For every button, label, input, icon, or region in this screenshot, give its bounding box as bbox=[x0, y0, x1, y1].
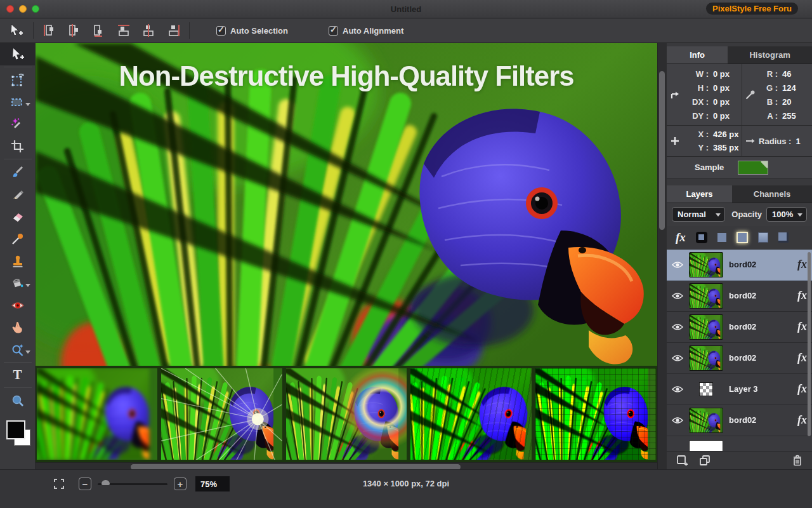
blend-mode-dropdown[interactable]: Normal bbox=[672, 207, 725, 222]
zoom-slider-thumb[interactable] bbox=[102, 480, 110, 485]
tool-zoom[interactable] bbox=[0, 389, 35, 411]
layer-visibility-eye-icon[interactable] bbox=[672, 417, 683, 424]
layer-visibility-eye-icon[interactable] bbox=[672, 292, 683, 300]
layer-name: bord02 bbox=[729, 322, 756, 331]
layer-thumbnail bbox=[689, 314, 723, 340]
layer-visibility-eye-icon[interactable] bbox=[672, 385, 683, 393]
layers-tabbar: Layers Channels bbox=[667, 185, 812, 203]
tool-paint-bucket[interactable] bbox=[0, 272, 35, 294]
canvas-vertical-scrollbar[interactable] bbox=[657, 43, 667, 469]
layer-row[interactable]: bord02 fx bbox=[667, 250, 812, 281]
delete-layer-trash-button[interactable] bbox=[792, 454, 803, 467]
layer-option-4-button[interactable] bbox=[758, 232, 768, 243]
tool-eraser[interactable] bbox=[0, 205, 35, 227]
blend-mode-value: Normal bbox=[678, 210, 706, 219]
vertical-scroll-thumb[interactable] bbox=[659, 71, 665, 230]
checkbox-checked-icon bbox=[216, 26, 226, 36]
tool-brush[interactable] bbox=[0, 161, 35, 183]
radius-arrow-icon bbox=[742, 135, 759, 147]
zoom-level-field[interactable]: 75% bbox=[195, 476, 230, 491]
fit-to-screen-button[interactable] bbox=[53, 478, 65, 490]
crop-tool-icon bbox=[10, 139, 25, 154]
layer-fx-badge[interactable]: fx bbox=[797, 258, 807, 271]
tool-transform[interactable] bbox=[0, 69, 35, 91]
duplicate-layer-button[interactable] bbox=[698, 454, 711, 467]
zoom-in-button[interactable]: + bbox=[174, 478, 187, 490]
tool-move[interactable] bbox=[0, 43, 35, 65]
layer-row[interactable] bbox=[667, 436, 812, 451]
layer-option-5-button[interactable] bbox=[778, 232, 789, 243]
layer-visibility-eye-icon[interactable] bbox=[672, 323, 683, 331]
filter-thumb-pixelate[interactable] bbox=[535, 368, 656, 460]
align-center-horizontal-button[interactable] bbox=[67, 23, 81, 37]
toolbar-separator bbox=[33, 22, 34, 39]
layer-row[interactable]: bord02 fx bbox=[667, 343, 812, 374]
layer-fx-badge[interactable]: fx bbox=[797, 413, 807, 427]
smudge-finger-icon bbox=[10, 320, 25, 335]
plus-crosshair-icon bbox=[667, 136, 683, 146]
layer-thumbnail bbox=[689, 440, 723, 451]
align-top-button[interactable] bbox=[117, 23, 131, 37]
layer-option-2-button[interactable] bbox=[717, 233, 726, 242]
tool-clone-stamp[interactable] bbox=[0, 250, 35, 272]
w-label: W : bbox=[683, 69, 709, 79]
tool-rect-select[interactable] bbox=[0, 91, 35, 113]
align-right-button[interactable] bbox=[92, 23, 106, 37]
color-swatches[interactable] bbox=[5, 420, 30, 448]
pixelstyle-promo-badge[interactable]: PixelStyle Free Foru bbox=[706, 3, 798, 15]
info-metrics-section: W :0 px H :0 px DX :0 px DY :0 px R :46 … bbox=[667, 64, 812, 126]
layer-thumbnail bbox=[689, 252, 723, 277]
tool-eyedropper[interactable] bbox=[0, 227, 35, 250]
layer-option-3-button[interactable] bbox=[737, 232, 748, 243]
tool-crop[interactable] bbox=[0, 135, 35, 157]
align-left-button[interactable] bbox=[43, 23, 56, 37]
layer-fx-badge[interactable]: fx bbox=[797, 320, 807, 333]
new-layer-button[interactable] bbox=[676, 454, 688, 467]
layer-option-1-button[interactable] bbox=[696, 232, 707, 243]
layer-name: bord02 bbox=[729, 291, 756, 300]
filter-thumb-wave-distort[interactable] bbox=[410, 368, 531, 460]
align-bottom-button[interactable] bbox=[166, 23, 180, 37]
main-area: T Non-Destructive High-Quality Filters bbox=[0, 43, 812, 469]
tool-smudge[interactable] bbox=[0, 316, 35, 338]
opacity-dropdown[interactable]: 100% bbox=[766, 207, 807, 222]
layer-row[interactable]: bord02 fx bbox=[667, 405, 812, 436]
filter-thumb-motion-blur[interactable] bbox=[37, 368, 157, 460]
dimension-arrow-icon bbox=[667, 89, 683, 100]
app-window: Untitled PixelStyle Free Foru bbox=[0, 0, 812, 508]
layer-row[interactable]: bord02 fx bbox=[667, 281, 812, 312]
document-canvas[interactable]: Non-Destructive High-Quality Filters bbox=[36, 43, 657, 366]
tab-info[interactable]: Info bbox=[667, 46, 728, 64]
layer-fx-badge[interactable]: fx bbox=[797, 351, 807, 364]
tab-layers[interactable]: Layers bbox=[667, 185, 732, 203]
sample-color-swatch[interactable] bbox=[738, 161, 768, 175]
move-tool-icon bbox=[10, 47, 25, 62]
move-cursor-icon bbox=[8, 22, 24, 39]
layer-visibility-eye-icon[interactable] bbox=[672, 354, 683, 362]
align-middle-vertical-button[interactable] bbox=[141, 23, 155, 37]
layer-row[interactable]: bord02 fx bbox=[667, 312, 812, 343]
tool-magic-wand[interactable] bbox=[0, 113, 35, 135]
tab-channels[interactable]: Channels bbox=[732, 185, 812, 203]
zoom-out-button[interactable]: − bbox=[79, 478, 91, 490]
tool-text[interactable]: T bbox=[0, 364, 35, 386]
layer-row[interactable]: Layer 3 fx bbox=[667, 374, 812, 405]
tools-separator bbox=[4, 159, 32, 159]
layer-visibility-eye-icon[interactable] bbox=[672, 261, 683, 269]
transparent-layer-thumbnail bbox=[699, 382, 713, 396]
foreground-color-swatch[interactable] bbox=[6, 420, 25, 439]
right-panel: Info Histogram W :0 px H :0 px DX :0 px … bbox=[667, 43, 812, 469]
tab-histogram[interactable]: Histogram bbox=[728, 46, 812, 64]
zoom-slider[interactable] bbox=[98, 483, 167, 485]
tool-effects-zoom[interactable] bbox=[0, 338, 35, 361]
auto-selection-checkbox[interactable]: Auto Selection bbox=[216, 26, 288, 36]
filter-thumb-glow-ring[interactable] bbox=[286, 368, 407, 460]
tool-pencil[interactable] bbox=[0, 183, 35, 205]
filter-thumb-zoom-rays[interactable] bbox=[161, 368, 282, 460]
layer-fx-badge[interactable]: fx bbox=[797, 289, 807, 302]
layers-list: bord02 fx bord02 fx bord02 fx bbox=[667, 249, 812, 451]
layers-scrollbar-thumb[interactable] bbox=[808, 252, 811, 436]
auto-alignment-checkbox[interactable]: Auto Alignment bbox=[329, 26, 403, 36]
tool-red-eye[interactable] bbox=[0, 294, 35, 316]
layer-fx-badge[interactable]: fx bbox=[797, 382, 807, 396]
